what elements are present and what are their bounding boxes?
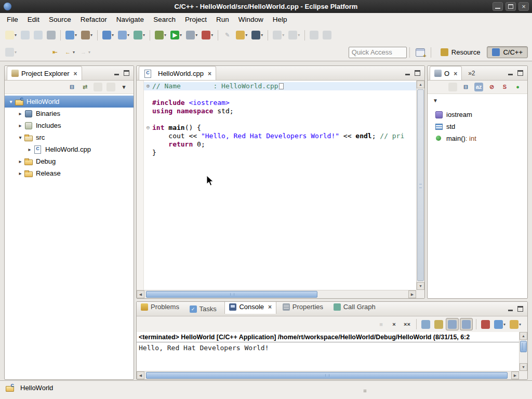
toolbar-button[interactable]: ● ▾	[512, 82, 524, 92]
console-output-area[interactable]: <terminated> HelloWorld [C/C++ Applicati…	[137, 332, 519, 371]
expand-arrow-icon[interactable]: ▾	[17, 135, 24, 140]
expand-arrow-icon[interactable]: ▸	[17, 123, 24, 128]
code-line[interactable]	[144, 90, 416, 99]
expand-arrow-icon[interactable]: ▸	[17, 158, 24, 164]
dropdown-caret-icon[interactable]: ▾	[164, 33, 166, 37]
scrollbar-thumb[interactable]	[146, 291, 317, 298]
close-tab-icon[interactable]	[208, 70, 211, 77]
toolbar-button[interactable]: ×× ▾	[401, 318, 413, 330]
menu-item[interactable]: Refactor	[76, 13, 112, 26]
toolbar-button[interactable]: ⇄ ▾	[79, 82, 91, 92]
code-line[interactable]: using namespace std;	[144, 107, 416, 115]
console-area-tab[interactable]: Call Graph	[329, 301, 380, 314]
sash-grip-icon[interactable]	[364, 390, 365, 391]
minimize-view-button[interactable]	[114, 70, 119, 76]
close-tab-icon[interactable]	[73, 70, 77, 77]
console-area-tab[interactable]: Properties	[278, 301, 327, 314]
close-tab-icon[interactable]	[454, 70, 457, 77]
toolbar-button[interactable]: ▾	[493, 318, 507, 330]
outline-view-menu-icon[interactable]: ▼	[428, 94, 527, 107]
tree-row[interactable]: ▸ Debug	[5, 155, 134, 167]
console-area-tab[interactable]: Tasks	[185, 302, 221, 316]
menu-item[interactable]: Window	[234, 13, 268, 26]
console-area-tab[interactable]: Console	[224, 301, 276, 314]
code-line[interactable]: ⊕// Name : HelloWorld.cpp	[144, 82, 416, 90]
vertical-scrollbar[interactable]: ▲ ▼	[519, 332, 527, 371]
dropdown-caret-icon[interactable]: ▾	[519, 322, 521, 327]
minimize-view-button[interactable]	[405, 70, 410, 76]
toolbar-button[interactable]: ▾	[92, 82, 104, 92]
menu-item[interactable]: File	[2, 13, 23, 26]
minimize-view-button[interactable]	[508, 70, 513, 76]
menu-item[interactable]: Project	[180, 13, 211, 26]
code-line[interactable]	[144, 115, 416, 124]
toolbar-button[interactable]: ▾	[287, 29, 301, 42]
toolbar-button[interactable]: ▾	[153, 29, 168, 42]
scroll-down-icon[interactable]: ▼	[520, 363, 527, 371]
toolbar-button[interactable]: ▾	[433, 318, 445, 330]
toolbar-button[interactable]: × ▾	[388, 318, 400, 330]
menu-item[interactable]: Help	[268, 13, 292, 26]
scroll-right-icon[interactable]: ▶	[408, 290, 416, 298]
dropdown-caret-icon[interactable]: ▾	[15, 50, 17, 55]
code-lines[interactable]: ⊕// Name : HelloWorld.cpp#include <iostr…	[144, 82, 416, 290]
toolbar-button[interactable]: ▾	[200, 29, 215, 42]
minimize-view-button[interactable]	[508, 306, 513, 312]
maximize-view-button[interactable]	[415, 70, 420, 76]
tab-outline[interactable]: O	[430, 66, 462, 80]
toolbar-button[interactable]: ▾	[132, 29, 147, 42]
expand-arrow-icon[interactable]: ▸	[17, 111, 24, 116]
dropdown-caret-icon[interactable]: ▾	[75, 33, 77, 37]
perspective-button[interactable]: C/C++	[487, 46, 528, 58]
toolbar-button[interactable]: ▾	[184, 29, 199, 42]
toolbar-button[interactable]: ▾	[45, 29, 57, 42]
toolbar-button[interactable]: ▾	[321, 29, 333, 42]
scrollbar-thumb[interactable]	[520, 341, 527, 352]
code-line[interactable]: cout << "Hello, Red Hat Developers World…	[144, 132, 416, 140]
tab-helloworld-cpp[interactable]: HelloWorld.cpp	[139, 66, 216, 80]
code-line[interactable]: return 0;	[144, 140, 416, 149]
toolbar-button[interactable]: ▾	[64, 29, 78, 42]
toolbar-button[interactable]: ▶ ▾	[169, 29, 183, 42]
outline-item[interactable]: std	[428, 121, 527, 132]
toolbar-button[interactable]: ▾	[271, 29, 286, 42]
menu-item[interactable]: Navigate	[112, 13, 149, 26]
scroll-up-icon[interactable]: ▲	[417, 81, 424, 88]
toolbar-button[interactable]: az ▾	[473, 82, 485, 92]
toolbar-button[interactable]: ✎ ▾	[221, 29, 233, 42]
toolbar-button[interactable]: ▾	[508, 318, 523, 330]
scroll-left-icon[interactable]: ◀	[137, 371, 144, 379]
toolbar-button[interactable]: S ▾	[499, 82, 511, 92]
toolbar-button[interactable]: ■ ▾	[375, 318, 387, 330]
horizontal-scrollbar[interactable]: ◀ ▶	[137, 371, 519, 379]
vertical-scrollbar[interactable]: ▲ ▼	[416, 81, 424, 290]
scroll-up-icon[interactable]: ▲	[520, 332, 527, 340]
tree-row[interactable]: ▸ Binaries	[5, 108, 134, 119]
scrollbar-thumb[interactable]	[417, 89, 424, 281]
toolbar-button[interactable]: ▾	[446, 318, 459, 330]
toolbar-button[interactable]: ← ▾	[62, 46, 76, 59]
toolbar-button[interactable]: ▾	[308, 29, 320, 42]
toolbar-button[interactable]: → ▾	[77, 46, 92, 59]
dropdown-caret-icon[interactable]: ▾	[143, 33, 145, 37]
scrollbar-thumb[interactable]	[146, 372, 508, 379]
dropdown-caret-icon[interactable]: ▾	[73, 50, 75, 55]
tree-row[interactable]: ▸ HelloWorld.cpp	[5, 143, 134, 155]
dropdown-caret-icon[interactable]: ▾	[211, 33, 213, 37]
dropdown-caret-icon[interactable]: ▾	[245, 33, 247, 37]
outline-item[interactable]: main() : int	[428, 132, 527, 144]
menu-item[interactable]: Search	[149, 13, 180, 26]
toolbar-button[interactable]: ▾	[480, 318, 491, 330]
maximize-window-button[interactable]	[506, 2, 516, 11]
toolbar-button[interactable]: ▾	[4, 46, 18, 59]
toolbar-button[interactable]: ▾	[460, 318, 473, 330]
dropdown-caret-icon[interactable]: ▾	[15, 33, 17, 37]
close-window-button[interactable]	[518, 2, 529, 11]
code-line[interactable]: }	[144, 149, 416, 157]
toolbar-button[interactable]: ⊟ ▾	[460, 82, 472, 92]
maximize-view-button[interactable]	[517, 70, 523, 76]
dropdown-caret-icon[interactable]: ▾	[261, 33, 263, 37]
toolbar-button[interactable]: ▾	[32, 29, 44, 42]
more-views-indicator[interactable]: »2	[468, 70, 475, 77]
console-area-tab[interactable]: Problems	[137, 301, 183, 314]
